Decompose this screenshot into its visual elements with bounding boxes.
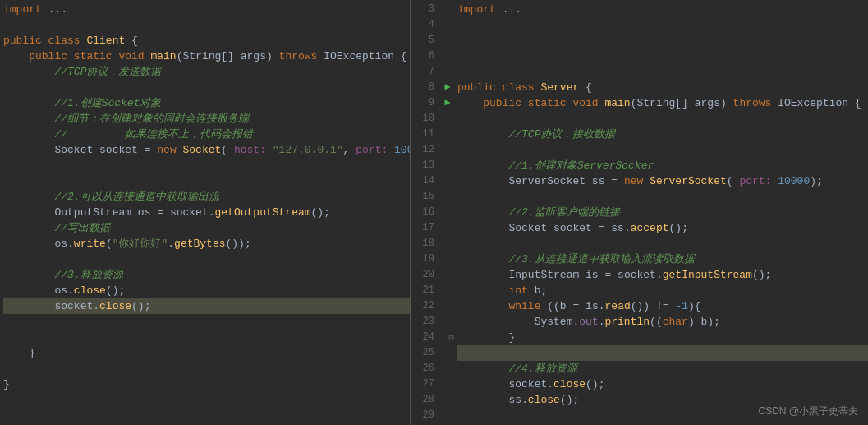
code-line	[457, 236, 868, 252]
right-code-area: 3 4 5 6 7 8 9 10 11 12 13 14 15 16 17 18…	[411, 0, 868, 425]
code-line: public class Client {	[3, 33, 410, 49]
right-code-content: import ... public class Server { public …	[454, 0, 868, 425]
code-line	[3, 330, 410, 345]
line-numbers: 3 4 5 6 7 8 9 10 11 12 13 14 15 16 17 18…	[411, 0, 441, 425]
code-line: int b;	[457, 283, 868, 298]
left-editor: import ... public class Client { public …	[0, 0, 411, 425]
code-line-highlighted: socket.close();	[3, 298, 410, 314]
code-line	[3, 361, 410, 376]
code-line	[457, 17, 868, 33]
code-line	[457, 64, 868, 80]
code-line: OutputStream os = socket.getOutputStream…	[3, 205, 410, 220]
code-line: ServerSocket ss = new ServerSocket( port…	[457, 173, 868, 189]
code-line: //3.从连接通道中获取输入流读取数据	[457, 252, 868, 267]
left-code-content: import ... public class Client { public …	[0, 0, 410, 425]
code-line: Socket socket = new Socket( host: "127.0…	[3, 142, 410, 158]
code-line: // 如果连接不上，代码会报错	[3, 127, 410, 142]
debug-gutter: ▶ ▶ ⊟	[441, 0, 454, 425]
code-line	[457, 33, 868, 49]
right-editor: 3 4 5 6 7 8 9 10 11 12 13 14 15 16 17 18…	[411, 0, 868, 425]
code-line: //4.释放资源	[457, 361, 868, 376]
code-line	[3, 80, 410, 95]
watermark: CSDN @小黑子史蒂夫	[758, 404, 858, 418]
code-line: //2.可以从连接通道中获取输出流	[3, 189, 410, 205]
code-line: InputStream is = socket.getInputStream()…	[457, 267, 868, 283]
code-line: os.close();	[3, 283, 410, 298]
code-line: os.write("你好你好".getBytes());	[3, 236, 410, 252]
code-line: //TCP协议，接收数据	[457, 127, 868, 142]
code-line: //1.创建Socket对象	[3, 95, 410, 111]
code-line: }	[3, 376, 410, 392]
left-code-area: import ... public class Client { public …	[0, 0, 410, 425]
code-line: //3.释放资源	[3, 267, 410, 283]
code-line: import ...	[457, 2, 868, 17]
code-line-highlighted	[457, 345, 868, 361]
code-line: Socket socket = ss.accept();	[457, 220, 868, 236]
code-line: }	[3, 345, 410, 361]
code-line	[457, 111, 868, 127]
code-line: while ((b = is.read()) != -1){	[457, 298, 868, 314]
debug-arrow-9: ▶	[444, 95, 450, 111]
code-line: System.out.println((char) b);	[457, 314, 868, 330]
code-line: //写出数据	[3, 220, 410, 236]
code-line: public class Server {	[457, 80, 868, 95]
code-line	[3, 314, 410, 330]
code-line: //TCP协议，发送数据	[3, 64, 410, 80]
code-line: public static void main(String[] args) t…	[457, 95, 868, 111]
code-line	[3, 173, 410, 189]
code-line	[457, 189, 868, 205]
code-line	[457, 49, 868, 64]
code-line: }	[457, 330, 868, 345]
code-line: //2.监听客户端的链接	[457, 205, 868, 220]
code-line	[3, 252, 410, 267]
code-line: //细节：在创建对象的同时会连接服务端	[3, 111, 410, 127]
code-line	[3, 17, 410, 33]
code-line: public static void main(String[] args) t…	[3, 49, 410, 64]
code-line	[457, 142, 868, 158]
editor-container: import ... public class Client { public …	[0, 0, 868, 425]
code-line: import ...	[3, 2, 410, 17]
code-line: socket.close();	[457, 376, 868, 392]
debug-arrow-8: ▶	[444, 80, 450, 95]
code-line: //1.创建对象ServerSocker	[457, 158, 868, 173]
code-line	[3, 158, 410, 173]
